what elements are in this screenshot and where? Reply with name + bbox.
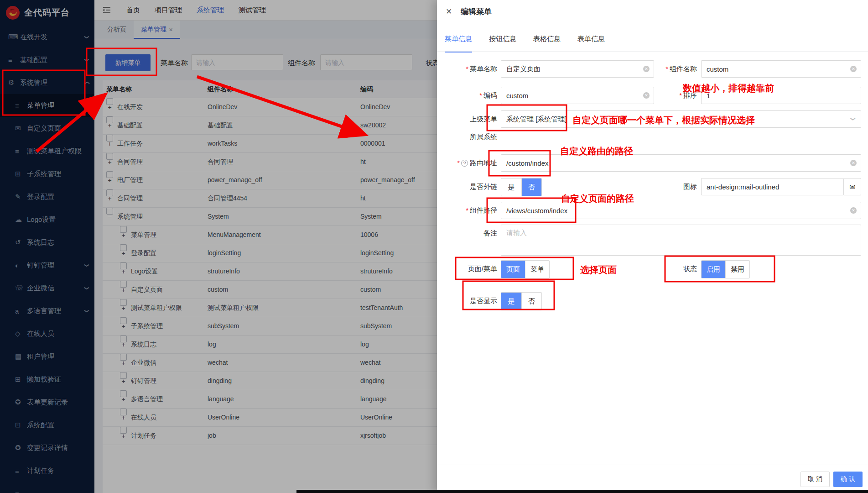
comp-path-input[interactable] xyxy=(501,202,861,219)
page-menu-segmented: 页面菜单 xyxy=(501,260,550,278)
route-input[interactable] xyxy=(501,154,861,172)
sort-field-wrap xyxy=(701,87,861,104)
form-row-parent-menu: 上级菜单 ❯ xyxy=(445,110,861,128)
icon-picker-button[interactable]: ✉ xyxy=(844,178,861,195)
remark-textarea[interactable] xyxy=(501,225,861,256)
form-row-comp-path: *组件路径 ✕ xyxy=(445,202,861,219)
code-input[interactable] xyxy=(501,87,654,104)
clear-icon[interactable]: ✕ xyxy=(850,207,857,214)
drawer-tab-菜单信息[interactable]: 菜单信息 xyxy=(445,35,472,52)
visible-label: 是否显示 xyxy=(445,292,497,309)
app-root: 全代码平台 ⌨在线开发❯≡基础配置❯⚙系统管理❯≡菜单管理✉自定义页面≡测试菜单… xyxy=(0,0,868,493)
menu-name-input[interactable] xyxy=(501,60,654,78)
drawer-footer: 取 消 确 认 xyxy=(437,465,868,493)
form-row-route: *?路由地址 ✕ xyxy=(445,154,861,172)
form-row-menu-name: *菜单名称 ✕ *组件名称 ✕ xyxy=(445,60,861,78)
external-link-label: 是否外链 xyxy=(445,178,497,195)
help-icon: ? xyxy=(461,160,468,167)
edit-menu-drawer: ✕ 编辑菜单 菜单信息按钮信息表格信息表单信息 *菜单名称 ✕ *组件名称 ✕ … xyxy=(437,0,868,493)
segment-option-页面[interactable]: 页面 xyxy=(501,261,525,278)
status-segmented: 启用禁用 xyxy=(701,260,750,278)
clear-icon[interactable]: ✕ xyxy=(643,66,650,72)
comp-path-label: *组件路径 xyxy=(445,202,497,219)
page-menu-toggle: 页面菜单 xyxy=(501,260,550,278)
segment-option-否[interactable]: 否 xyxy=(521,178,541,196)
segment-option-是[interactable]: 是 xyxy=(501,178,521,196)
icon-input[interactable] xyxy=(701,178,844,195)
external-link-segmented: 是否 xyxy=(501,178,542,196)
route-label: *?路由地址 xyxy=(445,154,497,172)
chevron-down-icon: ❯ xyxy=(850,117,856,121)
form-row-visible: 是否显示 是否 xyxy=(445,292,861,309)
clear-icon[interactable]: ✕ xyxy=(643,92,650,99)
visible-toggle: 是否 xyxy=(501,292,542,310)
component-name-field-wrap: ✕ xyxy=(701,60,861,78)
code-label: *编码 xyxy=(445,87,497,104)
icon-label: 图标 xyxy=(660,178,697,195)
confirm-button[interactable]: 确 认 xyxy=(833,472,863,487)
drawer-title: 编辑菜单 xyxy=(461,6,492,17)
parent-menu-select[interactable] xyxy=(501,110,861,128)
clear-icon[interactable]: ✕ xyxy=(850,160,857,166)
form-row-remark: 备注 xyxy=(445,225,861,256)
clear-icon[interactable]: ✕ xyxy=(850,66,857,72)
drawer-tabs: 菜单信息按钮信息表格信息表单信息 xyxy=(445,35,605,52)
parent-menu-label: 上级菜单 xyxy=(445,110,497,128)
window-bottom-strip xyxy=(296,490,868,493)
segment-option-禁用[interactable]: 禁用 xyxy=(725,261,749,278)
sort-label: *排序 xyxy=(660,87,697,104)
route-field-wrap: ✕ xyxy=(501,154,861,172)
form-row-page-menu: 页面/菜单 页面菜单 状态 启用禁用 xyxy=(445,260,861,278)
remark-field-wrap xyxy=(501,225,861,257)
segment-option-菜单[interactable]: 菜单 xyxy=(525,261,549,278)
segment-option-启用[interactable]: 启用 xyxy=(702,261,725,278)
visible-segmented: 是否 xyxy=(501,292,542,310)
menu-name-field-wrap: ✕ xyxy=(501,60,654,78)
form-row-system: 所属系统 xyxy=(445,128,861,146)
close-icon[interactable]: ✕ xyxy=(446,7,452,16)
form-row-code: *编码 ✕ *排序 xyxy=(445,87,861,104)
drawer-tabs-divider xyxy=(437,51,868,52)
drawer-header: ✕ 编辑菜单 xyxy=(437,0,868,24)
external-link-toggle: 是否 xyxy=(501,178,542,196)
drawer-mask[interactable] xyxy=(0,0,437,493)
drawer-tab-表单信息[interactable]: 表单信息 xyxy=(577,35,605,52)
remark-label: 备注 xyxy=(445,225,497,242)
cancel-button[interactable]: 取 消 xyxy=(800,472,830,487)
component-name-label: *组件名称 xyxy=(660,60,697,78)
code-field-wrap: ✕ xyxy=(501,87,654,104)
status-toggle: 启用禁用 xyxy=(701,260,750,278)
sort-input[interactable] xyxy=(701,87,861,104)
segment-option-否[interactable]: 否 xyxy=(521,293,541,310)
system-label: 所属系统 xyxy=(445,128,497,146)
mail-icon: ✉ xyxy=(849,183,855,191)
drawer-tab-按钮信息[interactable]: 按钮信息 xyxy=(489,35,516,52)
form-row-external-icon: 是否外链 是否 图标 ✉ xyxy=(445,178,861,195)
segment-option-是[interactable]: 是 xyxy=(501,293,521,310)
drawer-tab-表格信息[interactable]: 表格信息 xyxy=(533,35,561,52)
page-menu-label: 页面/菜单 xyxy=(445,260,497,278)
comp-path-field-wrap: ✕ xyxy=(501,202,861,219)
component-name-input[interactable] xyxy=(701,60,861,78)
icon-field-wrap xyxy=(701,178,844,195)
menu-name-label: *菜单名称 xyxy=(445,60,497,78)
parent-menu-select-wrap: ❯ xyxy=(501,110,861,128)
status-label: 状态 xyxy=(660,260,697,278)
